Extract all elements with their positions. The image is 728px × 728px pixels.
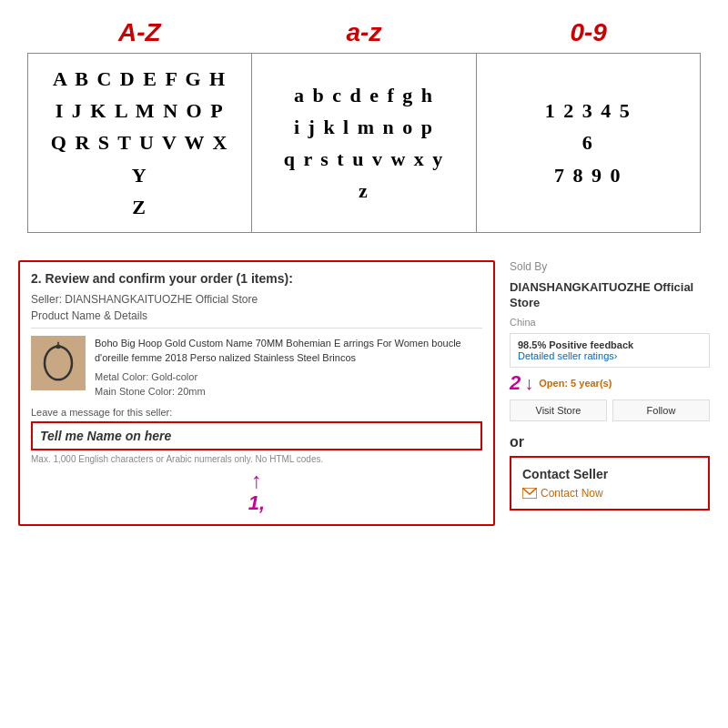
feedback-positive: 98.5% Positive feedback (518, 339, 702, 350)
open-years: Open: 5 year(s) (539, 378, 612, 389)
annotation-1: ↑ 1, (31, 470, 482, 515)
order-review-box: 2. Review and confirm your order (1 item… (18, 260, 495, 526)
alphabet-table: A B C D E F G H I J K L M N O P Q R S T … (27, 53, 701, 233)
follow-button[interactable]: Follow (612, 399, 710, 421)
uppercase-row4: Z (41, 191, 238, 223)
label-lowercase: a-z (253, 18, 475, 47)
product-label: Product Name & Details (31, 309, 482, 329)
label-numbers: 0-9 (478, 18, 700, 47)
numbers-row2: 6 (490, 126, 687, 158)
uppercase-row1: A B C D E F G H (41, 63, 238, 95)
product-image (31, 336, 86, 390)
store-country: China (510, 317, 710, 328)
label-uppercase: A-Z (28, 18, 250, 47)
open-text: Open: (539, 378, 568, 389)
numbers-row1: 1 2 3 4 5 (490, 95, 687, 126)
lowercase-cell: a b c d e f g h i j k l m n o p q r s t … (252, 54, 476, 233)
section-title: 2. Review and confirm your order (1 item… (31, 271, 482, 286)
lowercase-row4: z (265, 175, 462, 207)
open-years-value: 5 year(s) (571, 378, 612, 389)
uppercase-cell: A B C D E F G H I J K L M N O P Q R S T … (28, 54, 252, 233)
lowercase-row1: a b c d e f g h (265, 79, 462, 111)
arrow-up-icon: ↑ (251, 470, 262, 491)
product-row: Boho Big Hoop Gold Custom Name 70MM Bohe… (31, 336, 482, 399)
store-buttons: Visit Store Follow (510, 399, 710, 421)
feedback-box: 98.5% Positive feedback Detailed seller … (510, 333, 710, 368)
annotation-number-2: 2 (510, 373, 521, 393)
svg-point-0 (45, 347, 72, 380)
contact-now-link[interactable]: Contact Now (522, 487, 697, 500)
contact-now-text[interactable]: Contact Now (541, 487, 603, 500)
visit-store-button[interactable]: Visit Store (510, 399, 607, 421)
or-row: or (510, 430, 710, 450)
seller-info-col: Sold By DIANSHANGKAITUOZHE Official Stor… (510, 260, 710, 526)
svg-point-1 (56, 344, 61, 349)
numbers-cell: 1 2 3 4 5 6 7 8 9 0 (476, 54, 700, 233)
uppercase-row3: Q R S T U V W X Y (41, 126, 238, 190)
envelope-icon (522, 488, 537, 499)
annotation-2-container: 2 ↓ (510, 373, 533, 394)
store-name: DIANSHANGKAITUOZHE Official Store (510, 280, 710, 311)
stone-size: Main Stone Color: 20mm (95, 384, 482, 399)
seller-name: Seller: DIANSHANGKAITUOZHE Official Stor… (31, 293, 482, 306)
chart-labels: A-Z a-z 0-9 (27, 18, 701, 47)
contact-seller-box: Contact Seller Contact Now (510, 456, 710, 511)
alphabet-chart-section: A-Z a-z 0-9 A B C D E F G H I J K L M N … (0, 0, 728, 242)
arrow-down-icon: ↓ (524, 373, 533, 394)
contact-seller-title: Contact Seller (522, 467, 697, 481)
lowercase-row2: i j k l m n o p (265, 111, 462, 143)
bottom-section: 2. Review and confirm your order (1 item… (0, 251, 728, 535)
metal-color: Metal Color: Gold-color (95, 369, 482, 385)
annotation-number-1: 1, (31, 491, 482, 515)
sold-by-label: Sold By (510, 260, 710, 273)
product-title: Boho Big Hoop Gold Custom Name 70MM Bohe… (95, 336, 482, 366)
feedback-detail[interactable]: Detailed seller ratings› (518, 350, 702, 361)
open-years-row: 2 ↓ Open: 5 year(s) (510, 373, 710, 394)
message-hint: Max. 1,000 English characters or Arabic … (31, 454, 482, 464)
uppercase-row2: I J K L M N O P (41, 95, 238, 126)
message-input-display[interactable]: Tell me Name on here (31, 421, 482, 450)
product-details: Boho Big Hoop Gold Custom Name 70MM Bohe… (95, 336, 482, 399)
numbers-row3: 7 8 9 0 (490, 159, 687, 191)
or-label: or (510, 430, 524, 450)
message-label: Leave a message for this seller: (31, 407, 482, 418)
lowercase-row3: q r s t u v w x y (265, 143, 462, 175)
product-image-svg (35, 340, 81, 386)
